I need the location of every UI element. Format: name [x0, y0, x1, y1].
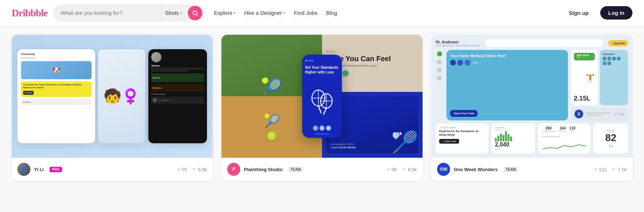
search-bar-card3 — [486, 39, 603, 47]
card2-views: 👁 8.5k — [402, 167, 417, 172]
sleep-title: Experience the Goodness of Deep Sleep — [439, 130, 485, 137]
weight-value: 82 — [605, 132, 617, 144]
phone-avatar-row — [305, 126, 339, 131]
dot6 — [603, 62, 606, 65]
phone-url: www.luxe.com — [305, 133, 339, 135]
search-input[interactable] — [60, 10, 159, 16]
plainthing-avatar[interactable]: P — [227, 163, 240, 176]
bar3 — [500, 133, 502, 141]
chevron-down-icon: ▾ — [283, 11, 285, 15]
hydration-dots — [603, 57, 625, 65]
card2-image[interactable]: 🎾 🎾 ⊞ luxe Set Your Stan — [221, 35, 423, 158]
yi-li-name[interactable]: Yi Li — [34, 167, 44, 172]
signup-button[interactable]: Sign up — [563, 7, 594, 19]
oww-name[interactable]: One Week Wonders — [454, 167, 498, 172]
cards-grid: Community Popular Stories 🐶 Comprehensiv… — [12, 35, 632, 181]
calories-card: Calories Daily show 2,0 — [491, 123, 535, 153]
jaxson-name: Jaxson — [151, 64, 204, 67]
d-avatar: D — [575, 110, 583, 118]
card3-image[interactable]: Hi, Andreas! Let's look at your daily ac… — [431, 35, 632, 158]
heart-icon: ♥ — [594, 167, 597, 172]
dark-bar1 — [151, 68, 204, 69]
fat-lbl: Fats — [569, 130, 576, 132]
upgrade-button[interactable]: ↑ Upgrade — [608, 40, 628, 46]
card3-middle: Your Home Workout Starts Here! 3.5k+ Sta… — [436, 50, 628, 120]
svg-line-1 — [196, 14, 198, 16]
header: Dribbble Shots ▾ Explore ▾ Hire a Design… — [0, 0, 644, 26]
d-indicator: D 4.7 day — [571, 107, 628, 120]
main-content: Community Popular Stories 🐶 Comprehensiv… — [0, 26, 644, 192]
find-jobs-nav[interactable]: Find Jobs — [294, 10, 317, 16]
calories-bars — [495, 131, 531, 141]
eye-icon: 👁 — [611, 167, 616, 172]
sleep-btn[interactable]: ○ Claim now — [439, 139, 459, 144]
well-done-card: Well Done 🏆 🏋️ 2.15L — [571, 50, 598, 105]
bar5 — [505, 131, 507, 141]
workout-bottom: Start Free Trial — [450, 109, 564, 117]
card1-image[interactable]: Community Popular Stories 🐶 Comprehensiv… — [12, 35, 213, 158]
explore-nav[interactable]: Explore ▾ — [214, 10, 236, 16]
hire-designer-nav[interactable]: Hire a Designer ▾ — [244, 10, 285, 16]
tennis-items: 🎾 — [264, 114, 280, 140]
bar6 — [508, 134, 509, 141]
hire-label: Hire a Designer — [244, 10, 282, 16]
card1-white-panel: Community Popular Stories 🐶 Comprehensiv… — [17, 49, 95, 143]
logo[interactable]: Dribbble — [12, 7, 47, 19]
nutrition-row: Nutrition — [151, 84, 204, 92]
yi-li-avatar[interactable]: 👤 — [17, 163, 30, 176]
card3-sidebar — [436, 50, 444, 120]
fat-val: 110 — [569, 126, 576, 130]
views-count: 8.5k — [408, 167, 417, 172]
healthy-weight-label: Healthy weight in lb — [542, 135, 587, 137]
greeting-text: Hi, Andreas! — [436, 40, 480, 44]
yi-li-badge: PRO — [50, 167, 62, 172]
dark-bar2 — [151, 70, 188, 71]
eye-icon: 👁 — [402, 167, 406, 172]
bar1 — [495, 138, 497, 141]
sidebar-dot — [437, 51, 442, 56]
tennis-ball — [267, 132, 276, 140]
calories-value: 2,040 — [495, 141, 531, 148]
search-button[interactable] — [188, 6, 202, 20]
workout-title: Your Home Workout Starts Here! — [450, 54, 564, 58]
card2-author: P Plainthing Studio TEAM — [227, 163, 303, 176]
person-icon: 🎾 — [261, 79, 283, 96]
overall-row: Overall — [151, 73, 204, 82]
card3-bottom: ○ Call to action Experience the Goodness… — [436, 123, 628, 153]
top-right-panels: Well Done 🏆 🏋️ 2.15L Hydration — [571, 50, 628, 105]
protein-lbl: Proteins — [559, 130, 567, 132]
svg-line-9 — [323, 108, 326, 115]
macro-stats: 269 Carbohydrates 164 Proteins 110 Fats — [542, 126, 587, 132]
card3-right-panels: Well Done 🏆 🏋️ 2.15L Hydration — [571, 50, 628, 120]
sidebar-icon2 — [437, 68, 441, 72]
svg-point-0 — [193, 11, 197, 15]
plainthing-name[interactable]: Plainthing Studio — [244, 167, 283, 172]
oww-avatar[interactable]: OW — [437, 163, 450, 176]
card1-author: 👤 Yi Li PRO — [17, 163, 62, 176]
water-val: 2.15L — [574, 95, 595, 102]
card1-footer: 👤 Yi Li PRO ♥ 59 👁 8.9k — [12, 158, 213, 181]
shots-dropdown[interactable]: Shots ▾ — [162, 4, 185, 22]
card2-likes: ♥ 98 — [387, 167, 397, 172]
weight-wave-chart — [542, 142, 587, 150]
card2-stats: ♥ 98 👁 8.5k — [387, 167, 417, 172]
card1-center-panel: 🧒‍♀️ — [98, 49, 145, 143]
views-count: 7.1k — [618, 167, 627, 172]
start-trial-btn[interactable]: Start Free Trial — [450, 110, 478, 117]
likes-count: 112 — [599, 167, 607, 172]
card1-app-content: Comprehensive Puppy Socialization and Co… — [23, 84, 89, 89]
oww-badge: TEAM — [504, 167, 518, 172]
greeting-sub: Let's look at your daily activity overvi… — [436, 44, 480, 47]
dot4 — [617, 57, 620, 60]
stats-card: 269 Carbohydrates 164 Proteins 110 Fats — [538, 123, 591, 153]
login-button[interactable]: Log in — [600, 6, 632, 20]
dot9 — [617, 62, 620, 65]
card3-footer: OW One Week Wonders TEAM ♥ 112 👁 7.1k — [431, 158, 632, 181]
heart-icon: ♥ — [177, 167, 180, 172]
weight-unit: kg — [609, 144, 613, 148]
dot8 — [612, 62, 616, 65]
blog-nav[interactable]: Blog — [326, 10, 337, 16]
progress-area — [586, 113, 611, 116]
card2-composite: 🎾 🎾 ⊞ luxe Set Your Stan — [221, 35, 423, 158]
dot5 — [622, 57, 625, 60]
